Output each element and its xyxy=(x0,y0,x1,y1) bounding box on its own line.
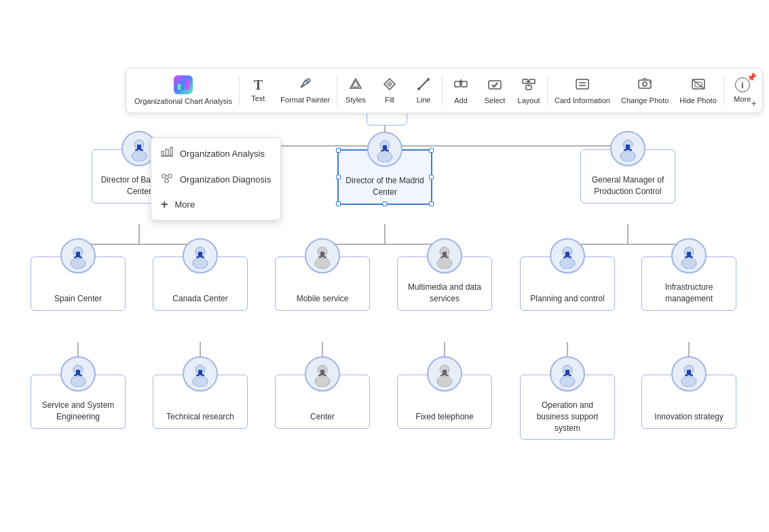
hide-photo-icon xyxy=(691,77,706,94)
divider-3 xyxy=(442,75,443,106)
node-label-planning: Planning and control xyxy=(530,293,604,305)
avatar-production xyxy=(610,131,645,166)
node-fixed[interactable]: Fixed telephone xyxy=(397,375,492,429)
node-technical[interactable]: Technical research xyxy=(153,375,248,429)
avatar-innovation xyxy=(671,356,707,392)
avatar-service xyxy=(60,356,96,392)
svg-rect-111 xyxy=(79,375,82,376)
avatar-planning xyxy=(550,238,585,273)
main-container: 📌 Organizational Chart Analysis T Text xyxy=(0,0,769,532)
avatar-infrastructure xyxy=(671,238,707,273)
dropdown-more-label: More xyxy=(175,200,195,210)
node-service[interactable]: Service and System Engineering xyxy=(31,375,126,429)
svg-rect-70 xyxy=(381,150,383,151)
toolbar-item-hide-photo[interactable]: Hide Photo xyxy=(674,73,721,109)
svg-rect-28 xyxy=(162,151,164,156)
svg-rect-74 xyxy=(626,145,630,150)
svg-rect-75 xyxy=(624,149,626,151)
svg-rect-106 xyxy=(690,256,693,258)
toolbar-label-add: Add xyxy=(454,96,468,105)
svg-rect-14 xyxy=(489,81,501,89)
toolbar-label-fill: Fill xyxy=(385,96,394,104)
node-label-mobile: Mobile service xyxy=(297,293,349,305)
svg-rect-29 xyxy=(166,149,168,156)
svg-rect-134 xyxy=(687,370,691,375)
dropdown-item-org-analysis[interactable]: Organization Analysis xyxy=(151,140,280,166)
svg-rect-20 xyxy=(576,79,588,89)
toolbar-label-change-photo: Change Photo xyxy=(621,96,669,105)
node-planning[interactable]: Planning and control xyxy=(520,256,615,311)
svg-rect-130 xyxy=(563,375,566,376)
svg-point-93 xyxy=(437,258,452,269)
add-icon xyxy=(453,77,468,94)
avatar-technical xyxy=(183,356,218,392)
toolbar-item-add[interactable]: Add xyxy=(444,73,478,109)
toolbar-item-org-chart-analysis[interactable]: Organizational Chart Analysis xyxy=(129,73,238,109)
divider-5 xyxy=(724,75,724,106)
toolbar-label-line: Line xyxy=(417,96,431,104)
toolbar-label-select: Select xyxy=(485,96,506,105)
svg-rect-80 xyxy=(74,256,77,258)
svg-point-24 xyxy=(643,82,647,86)
avatar-mobile xyxy=(305,238,340,273)
toolbar-item-format-painter[interactable]: Format Painter xyxy=(275,73,335,109)
node-canada[interactable]: Canada Center xyxy=(153,256,248,311)
svg-rect-66 xyxy=(140,149,143,151)
svg-point-83 xyxy=(193,258,208,269)
svg-point-63 xyxy=(132,151,147,162)
toolbar-item-layout[interactable]: Layout xyxy=(512,73,546,109)
toolbar-item-fill[interactable]: Fill xyxy=(373,73,407,109)
svg-rect-89 xyxy=(320,252,324,257)
node-label-service: Service and System Engineering xyxy=(38,400,118,423)
svg-rect-116 xyxy=(202,375,204,376)
pin-icon[interactable]: 📌 xyxy=(747,73,757,82)
svg-rect-104 xyxy=(687,252,691,257)
svg-rect-64 xyxy=(137,145,141,150)
avatar-fixed xyxy=(427,356,462,392)
svg-point-88 xyxy=(315,258,330,269)
svg-rect-95 xyxy=(440,256,443,258)
dropdown-item-org-diagnosis[interactable]: Organization Diagnosis xyxy=(151,166,280,192)
node-innovation[interactable]: Innovation strategy xyxy=(641,375,736,429)
svg-point-98 xyxy=(560,258,575,269)
svg-rect-0 xyxy=(178,84,181,90)
dropdown-item-more[interactable]: + More xyxy=(151,192,280,217)
svg-rect-99 xyxy=(565,252,569,257)
sel-handle-tr xyxy=(429,148,434,153)
toolbar-item-text[interactable]: T Text xyxy=(241,73,275,109)
node-label-operation: Operation and business support system xyxy=(527,400,607,434)
toolbar-item-change-photo[interactable]: Change Photo xyxy=(616,73,674,109)
sel-handle-mr xyxy=(429,174,434,179)
svg-rect-96 xyxy=(446,256,449,258)
svg-rect-23 xyxy=(639,80,651,88)
toolbar-item-styles[interactable]: Styles xyxy=(339,73,373,109)
node-operation[interactable]: Operation and business support system xyxy=(520,375,615,440)
sel-handle-br xyxy=(429,202,434,206)
svg-rect-94 xyxy=(443,252,447,257)
svg-point-108 xyxy=(71,376,86,387)
toolbar-item-line[interactable]: Line xyxy=(407,73,440,109)
node-label-canada: Canada Center xyxy=(172,293,227,305)
node-infrastructure[interactable]: Infrastructure management xyxy=(641,256,736,311)
svg-rect-124 xyxy=(443,370,447,375)
node-center[interactable]: Center xyxy=(275,375,370,429)
svg-rect-100 xyxy=(563,256,566,258)
svg-rect-11 xyxy=(462,81,467,87)
sel-handle-ml xyxy=(336,174,341,179)
svg-rect-90 xyxy=(318,256,321,258)
sel-handle-bl xyxy=(336,202,341,206)
node-multimedia[interactable]: Multimedia and data services xyxy=(397,256,492,311)
node-mobile[interactable]: Mobile service xyxy=(275,256,370,311)
expand-toolbar-icon[interactable]: + xyxy=(751,98,757,109)
toolbar-item-card-information[interactable]: Card Information xyxy=(549,73,616,109)
node-madrid[interactable]: Director of the Madrid Center xyxy=(337,149,432,205)
svg-point-128 xyxy=(560,376,575,387)
svg-rect-85 xyxy=(196,256,199,258)
svg-rect-79 xyxy=(76,252,80,257)
org-analysis-label: Organization Analysis xyxy=(180,149,265,159)
toolbar-item-select[interactable]: Select xyxy=(478,73,512,109)
node-production[interactable]: General Manager of Production Control xyxy=(580,149,675,204)
avatar-canada xyxy=(183,238,218,273)
node-spain[interactable]: Spain Center xyxy=(31,256,126,311)
sel-handle-bm xyxy=(383,202,388,206)
